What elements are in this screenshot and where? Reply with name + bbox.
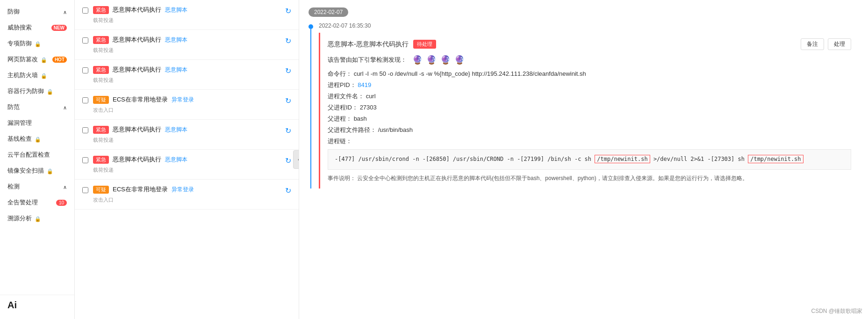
list-item-title: ECS在非常用地登录 [113,185,168,194]
event-desc: 事件说明： 云安全全中心检测到您的主机正在执行恶意的脚本代码(包括但不限于bas… [328,174,851,183]
list-item-content: 紧急 恶意脚本代码执行 恶意脚本 载荷投递 [93,36,280,54]
parent-process-row: 父进程： bash [328,115,851,123]
sidebar-item-firewall[interactable]: 主机防火墙 [0,67,74,83]
desc-label: 事件说明： [328,175,356,181]
chevron-up-icon [63,183,67,190]
refresh-icon[interactable]: ↻ [285,156,291,165]
list-item-tag: 载荷投递 [93,137,280,144]
collapse-panel-button[interactable]: ‹ [293,150,299,169]
detect-icon-3: 🔮 [440,55,451,65]
pid-label: 进程PID： [328,81,356,88]
list-item-title: 恶意脚本代码执行 [113,155,161,164]
list-item-tag: 载荷投递 [93,17,280,24]
event-card: 恶意脚本-恶意脚本代码执行 待处理 备注 处理 该告警由如下引擎检测发现： 🔮 … [319,33,859,188]
chevron-up-icon [63,8,67,15]
parent-pid-row: 父进程ID： 27303 [328,103,851,112]
sidebar-item-webpage-tamper[interactable]: 网页防篡改 HOT [0,51,74,67]
list-item-checkbox[interactable] [82,127,88,133]
sidebar-group-detection[interactable]: 检测 [0,179,74,195]
process-name-value: curl [366,93,376,100]
list-item-subtitle: 恶意脚本 [165,156,187,164]
detect-icons-row: 该告警由如下引擎检测发现： 🔮 🔮 🔮 🔮 [328,55,851,65]
list-item[interactable]: 紧急 恶意脚本代码执行 恶意脚本 载荷投递 ↻ [75,30,299,60]
list-item[interactable]: 紧急 恶意脚本代码执行 恶意脚本 载荷投递 ↻ [75,0,299,30]
list-item-checkbox[interactable] [82,97,88,103]
list-item-header: 紧急 恶意脚本代码执行 恶意脚本 [93,6,280,14]
list-item-checkbox[interactable] [82,157,88,163]
list-item[interactable]: 可疑 ECS在非常用地登录 异常登录 攻击入口 ↻ [75,90,299,120]
desc-value: 云安全全中心检测到您的主机正在执行恶意的脚本代码(包括但不限于bash、powe… [357,175,747,181]
list-item-checkbox[interactable] [82,67,88,73]
process-name-row: 进程文件名： curl [328,92,851,101]
sidebar-item-vuln-mgmt[interactable]: 漏洞管理 [0,115,74,131]
lock-icon [35,136,41,143]
sidebar-group-detection-label: 检测 [7,182,20,191]
chain-label: 进程链： [328,138,352,145]
list-item-tag: 载荷投递 [93,47,280,54]
list-item-tag: 攻击入口 [93,196,280,203]
sidebar-item-label: 基线检查 [7,135,32,143]
refresh-icon[interactable]: ↻ [285,186,291,195]
sidebar-item-all-alerts[interactable]: 全告警处理 10 [0,195,74,210]
list-item-subtitle: 异常登录 [172,96,194,104]
list-item[interactable]: 紧急 恶意脚本代码执行 恶意脚本 载荷投递 ↻ [75,60,299,90]
list-item-header: 紧急 恶意脚本代码执行 恶意脚本 [93,65,280,74]
sidebar-item-label: 容器行为防御 [7,87,44,95]
sidebar-item-trace-analysis[interactable]: 溯源分析 [0,210,74,226]
list-item[interactable]: 紧急 恶意脚本代码执行 恶意脚本 载荷投递 ↻ [75,120,299,150]
list-item-content: 紧急 恶意脚本代码执行 恶意脚本 载荷投递 [93,155,280,174]
sidebar-group-prevention[interactable]: 防范 [0,99,74,115]
event-actions: 备注 处理 [801,38,851,50]
parent-process-label: 父进程： [328,115,352,122]
cmd-label: 命令行： [328,70,352,77]
cmd-row: 命令行： curl -I -m 50 -o /dev/null -s -w %{… [328,70,851,78]
list-item-content: 紧急 恶意脚本代码执行 恶意脚本 载荷投递 [93,65,280,84]
sidebar-item-label: 全告警处理 [7,198,38,207]
list-item[interactable]: 可疑 ECS在非常用地登录 异常登录 攻击入口 ↻ [75,180,299,210]
list-item-subtitle: 恶意脚本 [165,6,187,14]
sidebar-item-container-defense[interactable]: 容器行为防御 [0,83,74,99]
refresh-icon[interactable]: ↻ [285,7,291,15]
sidebar-group-defense[interactable]: 防御 [0,4,74,20]
list-item[interactable]: 紧急 恶意脚本代码执行 恶意脚本 载荷投递 ↻ [75,150,299,180]
sidebar-item-label: 漏洞管理 [7,119,32,127]
sidebar-item-special-defense[interactable]: 专项防御 [0,36,74,51]
refresh-icon[interactable]: ↻ [285,126,291,135]
list-item-header: 紧急 恶意脚本代码执行 恶意脚本 [93,36,280,44]
sidebar-group-prevention-label: 防范 [7,103,20,111]
sidebar-item-label: 威胁搜索 [7,23,32,32]
refresh-icon[interactable]: ↻ [285,36,291,45]
detect-icon-1: 🔮 [412,55,423,65]
refresh-icon[interactable]: ↻ [285,96,291,105]
parent-path-label: 父进程文件路径： [328,126,376,133]
lock-icon [35,40,41,47]
note-button[interactable]: 备注 [801,38,824,50]
timeline-line [310,29,311,188]
pid-value: 8419 [358,81,371,88]
severity-badge: 紧急 [93,36,109,44]
severity-badge: 可疑 [93,96,109,104]
severity-badge: 紧急 [93,156,109,164]
list-item-content: 可疑 ECS在非常用地登录 异常登录 攻击入口 [93,95,280,114]
timeline-container: 2022-02-07 2022-02-07 16:35:30 恶意脚本-恶意脚本… [299,0,868,203]
handle-button[interactable]: 处理 [828,38,851,50]
timeline-item: 2022-02-07 16:35:30 恶意脚本-恶意脚本代码执行 待处理 备注… [308,22,859,188]
detail-panel: 2022-02-07 2022-02-07 16:35:30 恶意脚本-恶意脚本… [299,0,868,319]
process-chain: -[477] /usr/sbin/crond -n -[26850] /usr/… [328,149,851,170]
sidebar-item-threat-search[interactable]: 威胁搜索 NEW [0,20,74,36]
sidebar-item-label: 专项防御 [7,39,32,48]
sidebar-item-baseline-check[interactable]: 基线检查 [0,131,74,147]
list-item-checkbox[interactable] [82,37,88,44]
list-item-checkbox[interactable] [82,7,88,14]
list-item-content: 紧急 恶意脚本代码执行 恶意脚本 载荷投递 [93,125,280,144]
list-item-tag: 载荷投递 [93,167,280,174]
timeline-dot [308,24,313,29]
sidebar-item-cloud-config[interactable]: 云平台配置检查 [0,147,74,163]
sidebar-item-label: 溯源分析 [7,214,32,223]
refresh-icon[interactable]: ↻ [285,66,291,75]
sidebar-item-image-scan[interactable]: 镜像安全扫描 [0,163,74,179]
parent-process-value: bash [354,115,367,122]
parent-pid-value: 27303 [360,104,377,111]
list-item-checkbox[interactable] [82,187,88,193]
badge-num: 10 [56,200,67,206]
